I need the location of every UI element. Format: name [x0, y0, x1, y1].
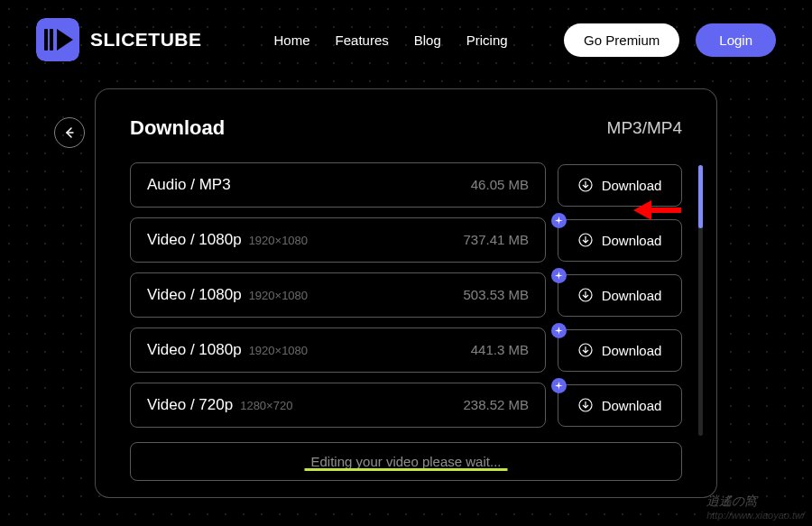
- premium-badge-icon: [551, 213, 567, 228]
- download-info: Video / 720p 1280×720 238.52 MB: [130, 383, 546, 428]
- panel-title: Download: [130, 116, 225, 140]
- download-type: Audio / MP3: [147, 176, 231, 194]
- download-button[interactable]: Download: [558, 274, 682, 317]
- download-size: 503.53 MB: [463, 287, 529, 302]
- download-icon: [578, 178, 593, 192]
- download-type: Video / 1080p: [147, 231, 242, 249]
- download-icon: [578, 288, 593, 302]
- download-resolution: 1920×1080: [249, 289, 308, 302]
- download-row: Video / 720p 1280×720 238.52 MB Download: [130, 383, 682, 428]
- watermark: 逍遙の窩 http://www.xiaoyao.tw/: [706, 494, 805, 521]
- status-text: Editing your video please wait...: [311, 454, 502, 469]
- svg-rect-2: [50, 29, 53, 51]
- arrow-left-icon: [62, 125, 77, 140]
- nav-home[interactable]: Home: [274, 32, 310, 48]
- download-button[interactable]: Download: [558, 384, 682, 427]
- download-info: Video / 1080p 1920×1080 441.3 MB: [130, 328, 546, 373]
- brand-name: SLICETUBE: [90, 29, 202, 51]
- download-row: Video / 1080p 1920×1080 503.53 MB Downlo…: [130, 272, 682, 318]
- header: SLICETUBE Home Features Blog Pricing Go …: [0, 0, 812, 79]
- go-premium-button[interactable]: Go Premium: [564, 23, 679, 57]
- download-resolution: 1280×720: [240, 399, 292, 412]
- premium-badge-icon: [551, 323, 567, 338]
- download-row: Audio / MP3 46.05 MB Download: [130, 162, 682, 208]
- nav-blog[interactable]: Blog: [414, 32, 441, 48]
- download-resolution: 1920×1080: [249, 344, 308, 357]
- download-icon: [578, 343, 593, 357]
- status-bar: Editing your video please wait...: [130, 442, 682, 481]
- premium-badge-icon: [551, 268, 567, 283]
- header-actions: Go Premium Login: [564, 23, 776, 57]
- download-info: Audio / MP3 46.05 MB: [130, 162, 546, 208]
- download-size: 441.3 MB: [471, 342, 529, 357]
- download-size: 238.52 MB: [463, 397, 529, 412]
- download-size: 737.41 MB: [463, 232, 529, 247]
- download-info: Video / 1080p 1920×1080 737.41 MB: [130, 217, 546, 263]
- back-button[interactable]: [54, 117, 85, 148]
- download-resolution: 1920×1080: [249, 234, 308, 247]
- nav-features[interactable]: Features: [336, 32, 389, 48]
- main-nav: Home Features Blog Pricing: [274, 32, 508, 48]
- download-panel: Download MP3/MP4 Audio / MP3 46.05 MB Do…: [95, 88, 717, 498]
- download-row: Video / 1080p 1920×1080 441.3 MB Downloa…: [130, 328, 682, 373]
- download-size: 46.05 MB: [471, 177, 529, 192]
- highlight-annotation: [305, 468, 508, 471]
- logo-icon: [36, 18, 79, 61]
- download-icon: [578, 398, 593, 412]
- download-type: Video / 1080p: [147, 341, 242, 359]
- download-type: Video / 1080p: [147, 286, 242, 304]
- scrollbar[interactable]: [698, 165, 703, 436]
- logo[interactable]: SLICETUBE: [36, 18, 202, 61]
- premium-badge-icon: [551, 378, 567, 393]
- download-button[interactable]: Download: [558, 329, 682, 372]
- download-info: Video / 1080p 1920×1080 503.53 MB: [130, 272, 546, 318]
- svg-rect-1: [44, 29, 48, 51]
- download-list: Audio / MP3 46.05 MB Download Video / 10…: [130, 162, 682, 428]
- nav-pricing[interactable]: Pricing: [466, 32, 508, 48]
- format-label: MP3/MP4: [607, 118, 682, 138]
- download-button[interactable]: Download: [558, 164, 682, 207]
- download-type: Video / 720p: [147, 396, 233, 414]
- download-button[interactable]: Download: [558, 219, 682, 262]
- login-button[interactable]: Login: [696, 23, 776, 57]
- download-icon: [578, 233, 593, 247]
- download-row: Video / 1080p 1920×1080 737.41 MB Downlo…: [130, 217, 682, 263]
